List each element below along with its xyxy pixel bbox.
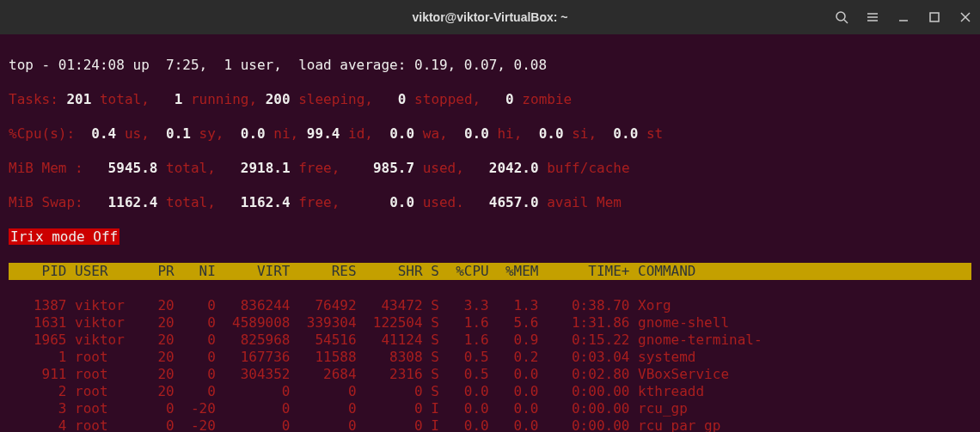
window-title: viktor@viktor-VirtualBox: ~ [412, 9, 567, 26]
process-row: 1631viktor2004589008339304122504S1.65.61… [9, 314, 971, 332]
mem-line: MiB Mem : 5945.8 total, 2918.1 free, 985… [9, 160, 971, 177]
tasks-line: Tasks: 201 total, 1 running, 200 sleepin… [9, 91, 971, 108]
minimize-icon[interactable] [896, 9, 911, 25]
process-row: 1root200167736115888308S0.50.20:03.04sys… [9, 349, 971, 366]
process-row: 2root200000S0.00.00:00.00kthreadd [9, 383, 971, 400]
process-row: 1965viktor2008259685451641124S1.60.90:15… [9, 332, 971, 349]
search-icon[interactable] [834, 9, 849, 25]
svg-point-0 [836, 12, 845, 21]
menu-icon[interactable] [865, 9, 880, 25]
window-controls [834, 9, 973, 25]
process-row: 3root0-20000I0.00.00:00.00rcu_gp [9, 400, 971, 417]
close-icon[interactable] [958, 9, 973, 25]
swap-line: MiB Swap: 1162.4 total, 1162.4 free, 0.0… [9, 194, 971, 211]
maximize-icon[interactable] [927, 9, 942, 25]
process-header-row: PIDUSERPRNIVIRTRESSHRS%CPU%MEMTIME+COMMA… [9, 263, 971, 280]
process-row: 1387viktor2008362447649243472S3.31.30:38… [9, 297, 971, 314]
top-summary-line: top - 01:24:08 up 7:25, 1 user, load ave… [9, 57, 971, 74]
window-titlebar: viktor@viktor-VirtualBox: ~ [0, 0, 980, 34]
process-row: 911root20030435226842316S0.50.00:02.80VB… [9, 366, 971, 383]
process-list: 1387viktor2008362447649243472S3.31.30:38… [9, 297, 971, 432]
terminal-output[interactable]: top - 01:24:08 up 7:25, 1 user, load ave… [0, 34, 980, 432]
svg-line-1 [844, 20, 848, 23]
irix-mode-badge: Irix mode Off [9, 228, 119, 245]
irix-mode-line: Irix mode Off [9, 228, 971, 246]
process-row: 4root0-20000I0.00.00:00.00rcu_par_gp [9, 417, 971, 432]
cpu-line: %Cpu(s): 0.4 us, 0.1 sy, 0.0 ni, 99.4 id… [9, 125, 971, 143]
svg-rect-6 [930, 13, 939, 21]
